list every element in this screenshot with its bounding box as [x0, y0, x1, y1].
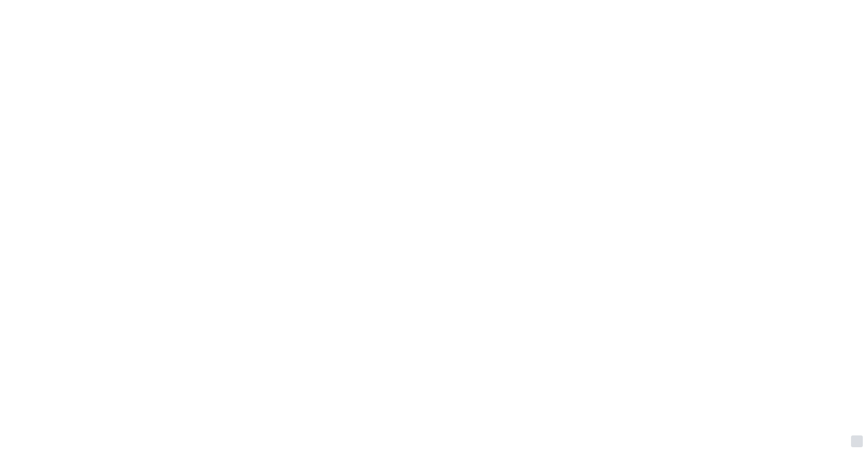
- index-chart-grid: [0, 0, 868, 451]
